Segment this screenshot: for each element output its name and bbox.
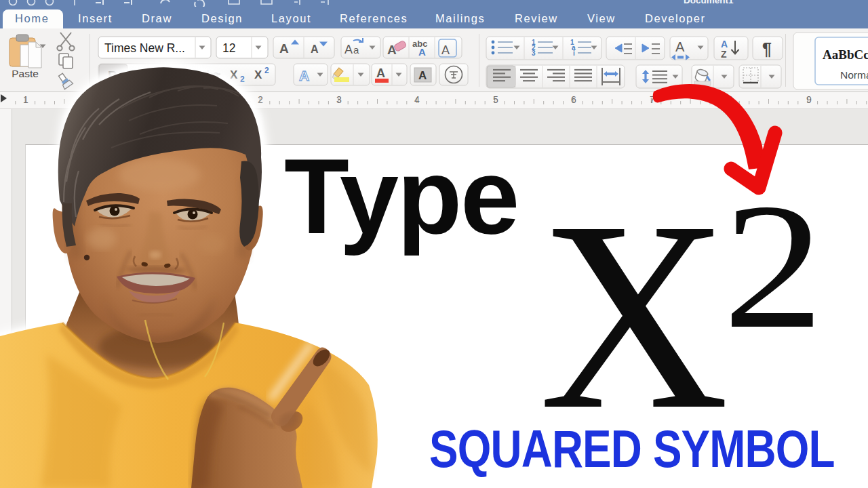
svg-text:A: A <box>675 39 685 54</box>
svg-text:i: i <box>573 49 575 57</box>
svg-text:Norma: Norma <box>840 69 868 81</box>
svg-text:3: 3 <box>532 49 536 57</box>
svg-text:¶: ¶ <box>762 39 772 58</box>
svg-text:Z: Z <box>721 49 727 60</box>
svg-text:A: A <box>721 39 728 49</box>
svg-text:AaBbCcI: AaBbCcI <box>823 47 868 62</box>
